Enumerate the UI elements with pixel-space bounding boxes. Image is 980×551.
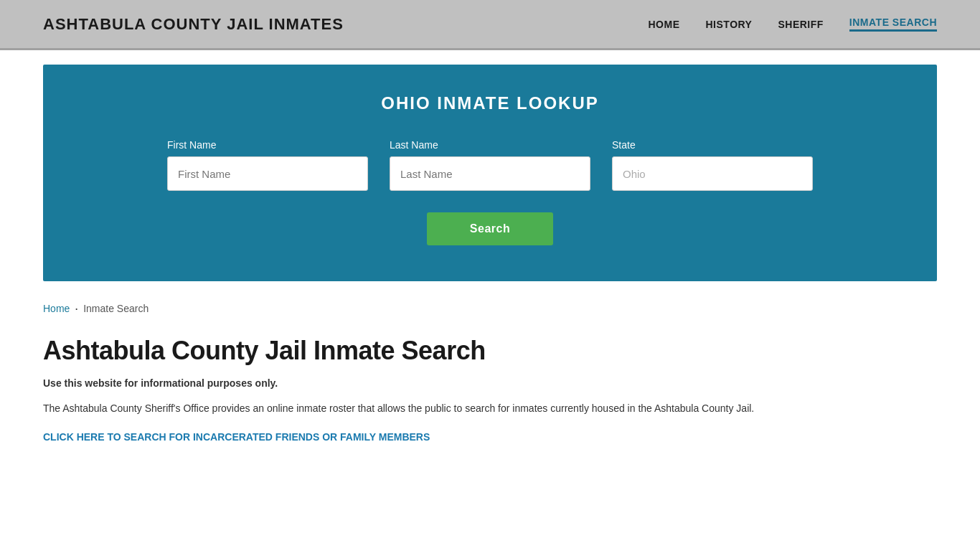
first-name-group: First Name (167, 139, 368, 191)
site-title: ASHTABULA COUNTY JAIL INMATES (43, 15, 344, 34)
breadcrumb-home-link[interactable]: Home (43, 303, 70, 314)
state-group: State (612, 139, 813, 191)
page-title: Ashtabula County Jail Inmate Search (43, 336, 937, 366)
first-name-label: First Name (167, 139, 368, 151)
click-here-link[interactable]: CLICK HERE to Search for Incarcerated Fr… (43, 431, 430, 443)
last-name-label: Last Name (390, 139, 590, 151)
last-name-input[interactable] (390, 156, 590, 191)
search-panel: OHIO INMATE LOOKUP First Name Last Name … (43, 65, 937, 281)
breadcrumb: Home • Inmate Search (43, 303, 937, 314)
nav-home[interactable]: HOME (649, 19, 680, 30)
main-content: Home • Inmate Search Ashtabula County Ja… (0, 281, 980, 472)
info-bold-text: Use this website for informational purpo… (43, 377, 937, 389)
first-name-input[interactable] (167, 156, 368, 191)
nav-history[interactable]: HISTORY (706, 19, 753, 30)
search-button[interactable]: Search (427, 212, 553, 245)
search-button-row: Search (86, 212, 894, 245)
breadcrumb-current: Inmate Search (83, 303, 149, 314)
nav-sheriff[interactable]: SHERIFF (778, 19, 823, 30)
nav-inmate-search[interactable]: INMATE SEARCH (849, 17, 937, 32)
state-input[interactable] (612, 156, 813, 191)
last-name-group: Last Name (390, 139, 590, 191)
search-fields-container: First Name Last Name State (86, 139, 894, 191)
search-panel-title: OHIO INMATE LOOKUP (86, 93, 894, 113)
main-nav: HOME HISTORY SHERIFF INMATE SEARCH (649, 17, 938, 32)
state-label: State (612, 139, 813, 151)
site-header: ASHTABULA COUNTY JAIL INMATES HOME HISTO… (0, 0, 980, 50)
breadcrumb-separator: • (75, 306, 77, 312)
info-paragraph: The Ashtabula County Sheriff's Office pr… (43, 400, 832, 416)
sub-header-strip (0, 50, 980, 65)
